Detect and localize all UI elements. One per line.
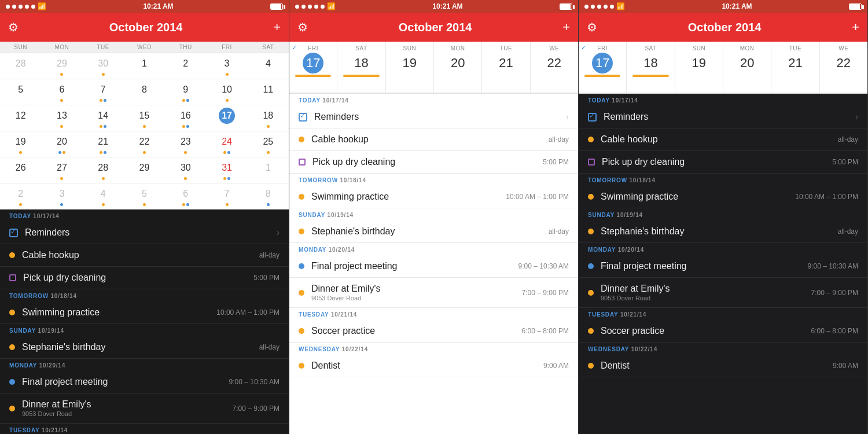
calendar-cell[interactable]: 28 (83, 157, 124, 183)
add-button-3[interactable]: + (852, 21, 859, 34)
agenda-event-item[interactable]: Swimming practice10:00 AM – 1:00 PM (289, 186, 578, 208)
week-day-column[interactable]: TUE21 (771, 42, 819, 93)
calendar-cell[interactable]: 7 (206, 183, 247, 209)
calendar-cell[interactable]: 1 (124, 53, 165, 79)
calendar-cell[interactable]: 2 (0, 183, 41, 209)
calendar-cell[interactable]: 12 (0, 105, 41, 131)
week-day-column[interactable]: WE22 (531, 42, 578, 93)
agenda-event-item[interactable]: Swimming practice10:00 AM – 1:00 PM (579, 186, 867, 208)
week-day-column[interactable]: SAT18 (627, 42, 675, 93)
calendar-cell[interactable]: 30 (165, 157, 206, 183)
agenda-event-item[interactable]: Stephanie's birthdayall-day (289, 220, 578, 243)
agenda-event-item[interactable]: Pick up dry cleaning5:00 PM (289, 151, 578, 174)
week-day-column[interactable]: TUE21 (482, 42, 530, 93)
calendar-cell[interactable]: 24 (206, 131, 247, 157)
calendar-cell[interactable]: 1 (248, 157, 289, 183)
calendar-cell[interactable]: 23 (165, 131, 206, 157)
agenda-event-item[interactable]: Pick up dry cleaning5:00 PM (579, 151, 867, 174)
agenda-event-item[interactable]: Stephanie's birthdayall-day (579, 220, 867, 243)
calendar-cell[interactable]: 3 (206, 53, 247, 79)
reminders-item[interactable]: Reminders› (0, 222, 289, 244)
calendar-day-number: 2 (178, 56, 194, 72)
event-dot (143, 125, 146, 128)
calendar-cell[interactable]: 27 (41, 157, 82, 183)
event-color-dot (588, 328, 594, 334)
calendar-cell[interactable]: 25 (248, 131, 289, 157)
calendar-cell[interactable]: 18 (248, 105, 289, 131)
agenda-event-item[interactable]: Soccer practice6:00 – 8:00 PM (579, 320, 867, 343)
calendar-day-number: 1 (260, 160, 276, 176)
add-button-1[interactable]: + (273, 21, 281, 34)
agenda-event-item[interactable]: Pick up dry cleaning5:00 PM (0, 267, 289, 289)
agenda-event-item[interactable]: Dinner at Emily's9053 Dover Road7:00 – 9… (579, 278, 867, 308)
status-time-3: 10:21 AM (722, 2, 752, 10)
calendar-day-number: 23 (178, 134, 194, 150)
event-color-dot (9, 406, 15, 411)
agenda-event-item[interactable]: Stephanie's birthdayall-day (0, 336, 289, 359)
calendar-cell[interactable]: 7 (83, 79, 124, 105)
reminders-item[interactable]: Reminders› (289, 106, 578, 128)
calendar-cell[interactable]: 14 (83, 105, 124, 131)
calendar-cell[interactable]: 5 (0, 79, 41, 105)
week-day-column[interactable]: SAT18 (337, 42, 385, 93)
week-day-column[interactable]: ✓FRI17 (289, 42, 337, 93)
agenda-section-header: TOMORROW 10/18/14 (579, 174, 867, 186)
event-title-text: Dinner at Emily's9053 Dover Road (601, 284, 811, 301)
agenda-event-item[interactable]: Dentist9:00 AM (579, 355, 867, 377)
calendar-cell[interactable]: 20 (41, 131, 82, 157)
event-square-icon (299, 159, 306, 165)
calendar-cell[interactable]: 17 (206, 105, 247, 131)
week-strip-2: ✓FRI17SAT18SUN19MON20TUE21WE22 (289, 42, 578, 94)
calendar-cell[interactable]: 8 (248, 183, 289, 209)
agenda-event-item[interactable]: Final project meeting9:00 – 10:30 AM (289, 255, 578, 278)
calendar-cell[interactable]: 26 (0, 157, 41, 183)
calendar-cell[interactable]: 6 (41, 79, 82, 105)
agenda-event-item[interactable]: Cable hookupall-day (579, 128, 867, 151)
agenda-section-header: SUNDAY 10/19/14 (289, 208, 578, 220)
calendar-cell[interactable]: 6 (165, 183, 206, 209)
calendar-cell[interactable]: 30 (83, 53, 124, 79)
agenda-event-item[interactable]: Dinner at Emily's9053 Dover Road7:00 – 9… (289, 278, 578, 308)
calendar-cell[interactable]: 28 (0, 53, 41, 79)
calendar-cell[interactable]: 13 (41, 105, 82, 131)
calendar-cell[interactable]: 9 (165, 79, 206, 105)
calendar-cell[interactable]: 16 (165, 105, 206, 131)
calendar-cell[interactable]: 19 (0, 131, 41, 157)
agenda-event-item[interactable]: Final project meeting9:00 – 10:30 AM (0, 371, 289, 393)
gear-button-3[interactable]: ⚙ (587, 21, 597, 33)
calendar-cell[interactable]: 22 (124, 131, 165, 157)
calendar-cell[interactable]: 29 (41, 53, 82, 79)
week-day-column[interactable]: SUN19 (675, 42, 723, 93)
agenda-event-item[interactable]: Dentist9:00 AM (289, 355, 578, 377)
calendar-cell[interactable]: 2 (165, 53, 206, 79)
week-day-column[interactable]: MON20 (723, 42, 771, 93)
calendar-cell[interactable]: 5 (124, 183, 165, 209)
calendar-cell[interactable]: 21 (83, 131, 124, 157)
calendar-cell[interactable]: 11 (248, 79, 289, 105)
add-button-2[interactable]: + (562, 21, 570, 34)
calendar-cell[interactable]: 10 (206, 79, 247, 105)
week-day-column[interactable]: MON20 (434, 42, 482, 93)
week-day-column[interactable]: WE22 (820, 42, 867, 93)
reminders-item[interactable]: Reminders› (579, 106, 867, 128)
gear-button-2[interactable]: ⚙ (297, 21, 308, 33)
week-day-number: 18 (351, 53, 372, 73)
section-day-label: TUESDAY (588, 311, 618, 318)
calendar-cell[interactable]: 3 (41, 183, 82, 209)
gear-button-1[interactable]: ⚙ (8, 21, 19, 33)
calendar-cell[interactable]: 15 (124, 105, 165, 131)
calendar-cell[interactable]: 31 (206, 157, 247, 183)
week-day-column[interactable]: ✓FRI17 (579, 42, 627, 93)
agenda-event-item[interactable]: Final project meeting9:00 – 10:30 AM (579, 255, 867, 278)
agenda-event-item[interactable]: Dinner at Emily's9053 Dover Road7:00 – 9… (0, 393, 289, 424)
calendar-cell[interactable]: 4 (248, 53, 289, 79)
section-day-label: TODAY (9, 213, 31, 219)
calendar-cell[interactable]: 29 (124, 157, 165, 183)
agenda-event-item[interactable]: Cable hookupall-day (0, 244, 289, 267)
agenda-event-item[interactable]: Cable hookupall-day (289, 128, 578, 151)
calendar-cell[interactable]: 8 (124, 79, 165, 105)
calendar-cell[interactable]: 4 (83, 183, 124, 209)
agenda-event-item[interactable]: Swimming practice10:00 AM – 1:00 PM (0, 301, 289, 324)
agenda-event-item[interactable]: Soccer practice6:00 – 8:00 PM (289, 320, 578, 343)
week-day-column[interactable]: SUN19 (386, 42, 434, 93)
